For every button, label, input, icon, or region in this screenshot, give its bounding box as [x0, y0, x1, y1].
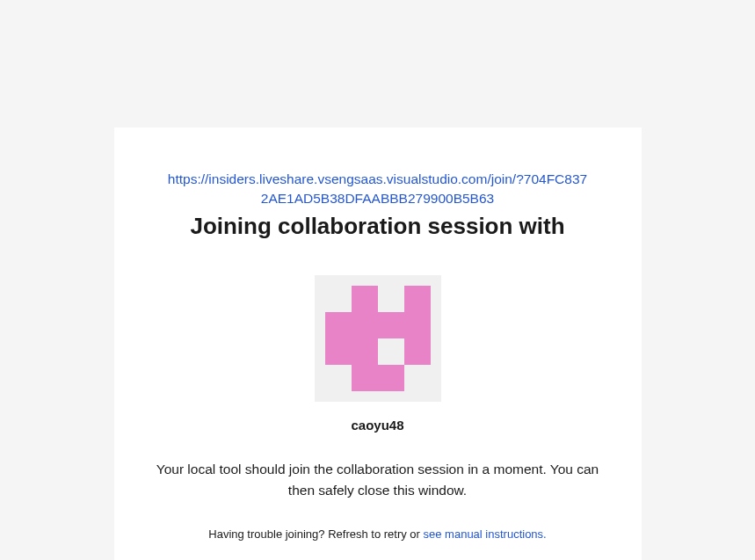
- avatar: [315, 275, 441, 402]
- avatar-container: [149, 275, 606, 402]
- join-url-link[interactable]: https://insiders.liveshare.vsengsaas.vis…: [167, 170, 589, 207]
- page-title: Joining collaboration session with: [149, 213, 606, 240]
- identicon-icon: [325, 286, 431, 391]
- join-session-card: https://insiders.liveshare.vsengsaas.vis…: [114, 127, 642, 560]
- manual-instructions-link[interactable]: see manual instructions.: [424, 527, 547, 541]
- trouble-prefix: Having trouble joining? Refresh to retry…: [208, 527, 423, 541]
- username-label: caoyu48: [149, 418, 606, 433]
- status-message: Your local tool should join the collabor…: [154, 459, 602, 501]
- trouble-line: Having trouble joining? Refresh to retry…: [149, 527, 606, 541]
